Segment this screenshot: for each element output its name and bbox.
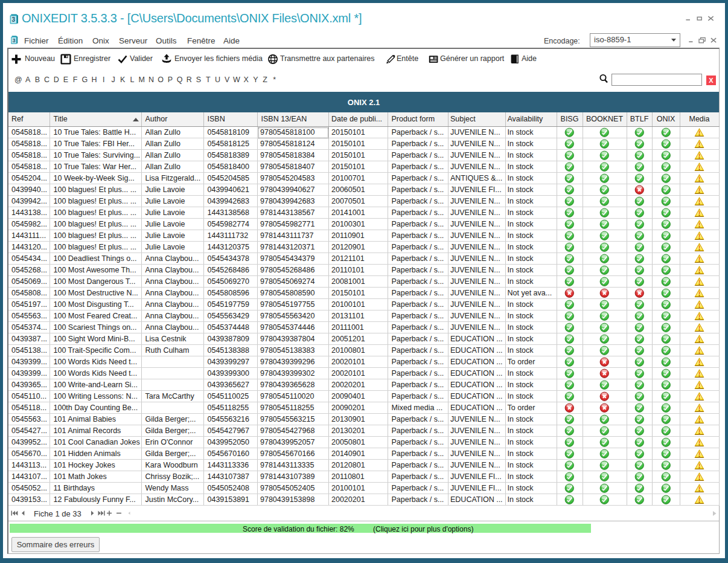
svg-text:3: 3 — [12, 16, 16, 23]
svg-text:3: 3 — [13, 37, 16, 43]
